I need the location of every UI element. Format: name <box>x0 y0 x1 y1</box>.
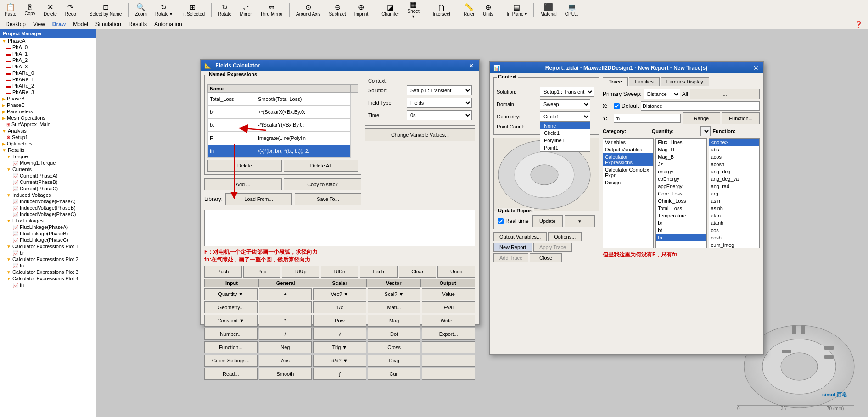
tree-setup1[interactable]: ⚙Setup1 <box>0 134 96 140</box>
tree-phare2[interactable]: ▬PhARe_2 <box>0 83 96 89</box>
menu-simulation[interactable]: Simulation <box>92 20 125 28</box>
tree-fl-c[interactable]: 📈FluxLinkage(PhaseC) <box>0 237 96 243</box>
y-input[interactable] <box>614 114 681 123</box>
tree-phare0[interactable]: ▬PhARe_0 <box>0 70 96 76</box>
func-ang-deg-val[interactable]: ang_deg_val <box>709 175 759 183</box>
tree-current-a[interactable]: 📈Current(PhaseA) <box>0 172 96 179</box>
report-geometry-dropdown[interactable]: Circle1 <box>540 111 590 122</box>
func-asinh[interactable]: asinh <box>709 205 759 212</box>
func-atan[interactable]: atan <box>709 212 759 219</box>
read-btn[interactable]: Read... <box>204 368 258 380</box>
expr-row-total-loss[interactable]: Total_Loss Smooth(Total-Loss) <box>208 93 358 106</box>
intersect-btn[interactable]: ⋂ Intersect <box>430 1 453 18</box>
mag-btn[interactable]: Mag <box>368 315 421 327</box>
add-trace-btn[interactable]: Add Trace <box>493 253 528 262</box>
tree-phaseA[interactable]: ▼ PhaseA <box>0 38 96 44</box>
tab-trace[interactable]: Trace <box>603 77 628 86</box>
plus-btn[interactable]: + <box>259 288 312 300</box>
report-solution-dropdown[interactable]: Setup1 : Transient <box>540 87 594 97</box>
tree-phaseB[interactable]: ▶PhaseB <box>0 95 96 102</box>
tree-optimetrics[interactable]: ▶Optimetrics <box>0 140 96 147</box>
value-btn[interactable]: Value <box>422 288 475 300</box>
multiply-btn[interactable]: * <box>259 315 312 327</box>
tree-fl-a[interactable]: 📈FluxLinkage(PhaseA) <box>0 224 96 230</box>
save-to-btn[interactable]: Save To... <box>295 193 361 205</box>
func-abs[interactable]: abs <box>709 146 759 153</box>
matl-btn[interactable]: Matl... <box>368 301 421 313</box>
new-report-btn[interactable]: New Report <box>493 243 532 252</box>
tree-currents[interactable]: ▼Currents <box>0 166 96 172</box>
qty-jz[interactable]: Jz <box>656 161 706 168</box>
ruler-btn[interactable]: 📏 Ruler <box>461 1 477 18</box>
around-axis-btn[interactable]: ⊙ Around Axis <box>293 1 323 18</box>
rotate-btn[interactable]: ↻ Rotate ▾ <box>152 1 175 18</box>
update-dropdown-btn[interactable]: ▾ <box>565 215 595 227</box>
scal-btn[interactable]: Scal? ▼ <box>368 288 421 300</box>
rlup-btn[interactable]: RlUp <box>282 266 319 278</box>
exch-btn[interactable]: Exch <box>360 266 398 278</box>
qty-fn[interactable]: fn <box>656 234 706 241</box>
undo-btn[interactable]: Undo <box>437 266 475 278</box>
qty-flux-lines[interactable]: Flux_Lines <box>656 139 706 146</box>
ddq-btn[interactable]: d/d? ▼ <box>313 355 366 367</box>
tree-mesh[interactable]: ▶Mesh Operations <box>0 115 96 121</box>
minus-btn[interactable]: - <box>259 301 312 313</box>
dot-btn[interactable]: Dot <box>368 328 421 340</box>
primary-sweep-dropdown[interactable]: Distance <box>644 89 680 99</box>
delete-btn[interactable]: ✕ Delete <box>41 1 60 18</box>
expr-row-F[interactable]: F Integrate(Line(Polylin <box>208 132 358 145</box>
primary-sweep-dots[interactable]: ... <box>690 89 760 99</box>
pop-btn[interactable]: Pop <box>243 266 281 278</box>
tree-calc-plot4[interactable]: ▼Calculator Expressions Plot 4 <box>0 275 96 282</box>
func-ang-deg[interactable]: ang_deg <box>709 168 759 175</box>
qty-energy[interactable]: energy <box>656 168 706 175</box>
tree-moving1torque[interactable]: 📈Moving1.Torque <box>0 160 96 166</box>
rldn-btn[interactable]: RlDn <box>321 266 358 278</box>
export-btn[interactable]: Export... <box>422 328 475 340</box>
load-from-btn[interactable]: Load From... <box>225 193 292 205</box>
tree-calc-plot2[interactable]: ▼Calculator Expressions Plot 2 <box>0 256 96 262</box>
tree-induced-v[interactable]: ▼Induced Voltages <box>0 192 96 198</box>
tree-flux-linkages[interactable]: ▼Flux Linkages <box>0 217 96 224</box>
smooth-btn[interactable]: Smooth <box>259 368 312 380</box>
number-btn[interactable]: Number... <box>204 328 258 340</box>
rotate2-btn[interactable]: ↻ Rotate <box>215 1 234 18</box>
tab-families-display[interactable]: Families Display <box>661 77 709 86</box>
realtime-checkbox[interactable] <box>498 218 504 224</box>
report-titlebar[interactable]: 📊 Report: zidai - Maxwell2DDesign1 - New… <box>490 62 763 73</box>
sheet-btn[interactable]: ▦ Sheet ▾ <box>405 0 422 20</box>
quantity-select[interactable] <box>700 126 711 136</box>
func-cos[interactable]: cos <box>709 227 759 234</box>
tree-current-b[interactable]: 📈Current(PhaseB) <box>0 179 96 185</box>
fit-selected-btn[interactable]: ⊞ Fit Selected <box>178 1 207 18</box>
time-dropdown[interactable]: 0s <box>407 110 472 120</box>
menu-desktop[interactable]: Desktop <box>2 20 29 28</box>
qty-ohmic-loss[interactable]: Ohmic_Loss <box>656 197 706 205</box>
tree-iv-b[interactable]: 📈InducedVoltage(PhaseB) <box>0 205 96 211</box>
update-btn[interactable]: Update <box>532 215 563 227</box>
x-default-checkbox[interactable] <box>614 103 620 109</box>
expr-row-bt[interactable]: bt -*(ScalarY(<Bx.By.0: <box>208 118 358 131</box>
qty-br[interactable]: br <box>656 219 706 227</box>
abs-btn[interactable]: Abs <box>259 355 312 367</box>
qty-coenergy[interactable]: coEnergy <box>656 175 706 183</box>
func-cosh[interactable]: cosh <box>709 234 759 241</box>
expr-row-br[interactable]: br +*(ScalarX(<Bx.By.0: <box>208 106 358 118</box>
cross-btn[interactable]: Cross <box>368 341 421 353</box>
mirror-btn[interactable]: ⇌ Mirror <box>237 1 254 18</box>
tree-torque[interactable]: ▼Torque <box>0 153 96 160</box>
reciprocal-btn[interactable]: 1/x <box>313 301 366 313</box>
clear-btn[interactable]: Clear <box>399 266 437 278</box>
curl-btn[interactable]: Curl <box>368 368 421 380</box>
menu-automation[interactable]: Automation <box>151 20 186 28</box>
subtract-btn[interactable]: ⊖ Subtract <box>326 1 348 18</box>
geometry-btn[interactable]: Geometry... <box>204 301 258 313</box>
func-acos[interactable]: acos <box>709 153 759 161</box>
add-btn[interactable]: Add ... <box>204 178 282 190</box>
delete-all-btn[interactable]: Delete All <box>284 160 358 172</box>
tree-surfapprox[interactable]: ⊞SurfApprox_Main <box>0 121 96 128</box>
divide-btn[interactable]: / <box>259 328 312 340</box>
copy-btn[interactable]: ⎘ Copy <box>22 1 38 17</box>
tree-analysis[interactable]: ▼Analysis <box>0 128 96 134</box>
delete-btn[interactable]: Delete <box>207 160 282 172</box>
